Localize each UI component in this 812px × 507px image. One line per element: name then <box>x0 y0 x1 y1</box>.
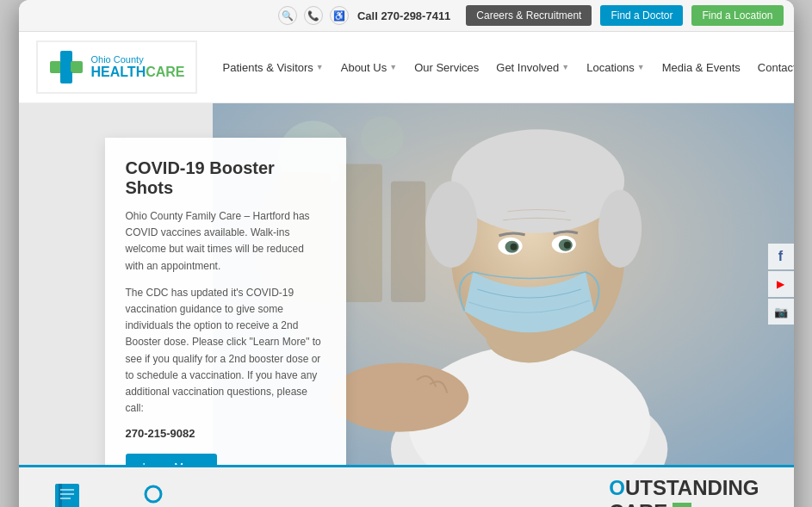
svg-rect-26 <box>59 484 62 508</box>
chevron-down-icon: ▼ <box>389 63 397 71</box>
youtube-icon[interactable]: ▶ <box>768 271 794 297</box>
care-word: CARE <box>609 500 667 507</box>
svg-point-23 <box>563 242 570 249</box>
utility-icons: 🔍 📞 ♿ <box>278 6 349 25</box>
svg-rect-27 <box>60 489 74 491</box>
care-square-icon <box>673 503 691 507</box>
instagram-icon[interactable]: 📷 <box>768 299 794 325</box>
logo-box: Ohio County HEALTHCARE <box>36 40 197 94</box>
nav-locations[interactable]: Locations ▼ <box>578 44 654 91</box>
facebook-icon[interactable]: f <box>768 244 794 269</box>
browser-window: 🔍 📞 ♿ Call 270-298-7411 Careers & Recrui… <box>19 0 794 507</box>
strip-icon-1 <box>53 482 84 508</box>
search-icon[interactable]: 🔍 <box>278 6 297 25</box>
svg-point-22 <box>510 244 517 250</box>
learn-more-button[interactable]: Learn More <box>126 454 217 465</box>
chevron-down-icon: ▼ <box>637 63 645 71</box>
chevron-down-icon: ▼ <box>316 63 324 71</box>
chevron-down-icon: ▼ <box>561 63 569 71</box>
card-paragraph-1: Ohio County Family Care – Hartford has C… <box>126 208 325 275</box>
phone-icon[interactable]: 📞 <box>304 6 323 25</box>
nav-our-services[interactable]: Our Services <box>406 44 487 91</box>
social-sidebar: f ▶ 📷 <box>768 244 794 325</box>
careers-button[interactable]: Careers & Recruitment <box>466 5 592 26</box>
logo-care: CARE <box>146 65 184 79</box>
svg-rect-4 <box>60 71 72 83</box>
svg-rect-28 <box>60 493 74 495</box>
site-header: Ohio County HEALTHCARE Patients & Visito… <box>19 32 794 103</box>
logo-ohio: Ohio County <box>91 54 185 65</box>
nav-about-us[interactable]: About Us ▼ <box>332 44 406 91</box>
phone-number: Call 270-298-7411 <box>357 9 450 22</box>
main-nav: Patients & Visitors ▼ About Us ▼ Our Ser… <box>214 44 794 91</box>
outstanding-care-text: OUTSTANDING CARE <box>609 477 759 507</box>
svg-point-7 <box>360 116 403 159</box>
strip-icon-2 <box>136 484 170 508</box>
person-icon <box>136 484 170 508</box>
bottom-strip: OUTSTANDING CARE <box>19 465 794 507</box>
find-doctor-button[interactable]: Find a Doctor <box>600 5 683 26</box>
svg-rect-2 <box>60 61 72 73</box>
nav-patients-visitors[interactable]: Patients & Visitors ▼ <box>214 44 332 91</box>
logo-health: HEALTH <box>91 65 146 79</box>
card-title: COVID-19 Booster Shots <box>126 158 325 198</box>
logo-text: Ohio County HEALTHCARE <box>91 54 185 80</box>
svg-rect-1 <box>50 61 62 73</box>
svg-rect-0 <box>60 51 72 63</box>
accessibility-icon[interactable]: ♿ <box>330 6 349 25</box>
svg-rect-10 <box>390 181 425 302</box>
svg-point-17 <box>598 190 641 268</box>
hero-area: COVID-19 Booster Shots Ohio County Famil… <box>19 103 794 465</box>
card-phone: 270-215-9082 <box>126 427 325 440</box>
svg-point-30 <box>146 486 161 502</box>
book-icon <box>53 482 84 508</box>
outstanding-o: O <box>609 476 625 499</box>
svg-rect-3 <box>71 61 83 73</box>
utility-bar: 🔍 📞 ♿ Call 270-298-7411 Careers & Recrui… <box>19 0 794 32</box>
nav-get-involved[interactable]: Get Involved ▼ <box>487 44 578 91</box>
card-paragraph-2: The CDC has updated it's COVID-19 vaccin… <box>126 285 325 417</box>
svg-rect-29 <box>60 498 71 499</box>
svg-point-16 <box>425 181 477 267</box>
covid-card: COVID-19 Booster Shots Ohio County Famil… <box>105 138 346 465</box>
nav-contact[interactable]: Contact <box>749 44 794 91</box>
outstanding-rest: UTSTANDING <box>625 476 759 499</box>
logo-area: Ohio County HEALTHCARE <box>36 32 197 102</box>
logo-cross-icon <box>48 49 84 85</box>
find-location-button[interactable]: Find a Location <box>691 5 783 26</box>
nav-media-events[interactable]: Media & Events <box>654 44 749 91</box>
